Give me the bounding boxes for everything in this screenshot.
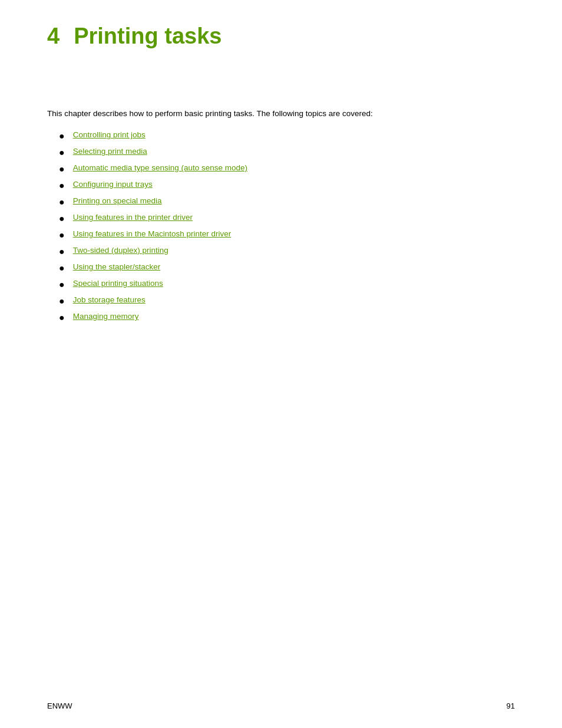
bullet-icon: ● <box>59 280 65 289</box>
list-item: ●Managing memory <box>59 312 515 322</box>
toc-link[interactable]: Using features in the Macintosh printer … <box>73 229 232 238</box>
toc-link[interactable]: Automatic media type sensing (auto sense… <box>73 163 247 172</box>
toc-link[interactable]: Using the stapler/stacker <box>73 262 161 271</box>
toc-link[interactable]: Selecting print media <box>73 147 147 156</box>
bullet-icon: ● <box>59 148 65 157</box>
toc-list: ●Controlling print jobs●Selecting print … <box>47 130 515 322</box>
list-item: ●Selecting print media <box>59 147 515 157</box>
bullet-icon: ● <box>59 131 65 141</box>
page-number: 91 <box>507 701 515 710</box>
bullet-icon: ● <box>59 313 65 322</box>
bullet-icon: ● <box>59 230 65 240</box>
list-item: ●Automatic media type sensing (auto sens… <box>59 163 515 174</box>
chapter-number: 4 <box>47 24 59 49</box>
toc-link[interactable]: Printing on special media <box>73 196 162 205</box>
page-container: 4 Printing tasks This chapter describes … <box>0 0 562 728</box>
list-item: ●Special printing situations <box>59 279 515 289</box>
list-item: ●Using features in the Macintosh printer… <box>59 229 515 240</box>
toc-link[interactable]: Special printing situations <box>73 279 163 288</box>
list-item: ●Using the stapler/stacker <box>59 262 515 273</box>
bullet-icon: ● <box>59 214 65 223</box>
page-footer: ENWW 91 <box>47 701 515 710</box>
bullet-icon: ● <box>59 247 65 256</box>
toc-link[interactable]: Two-sided (duplex) printing <box>73 246 168 255</box>
list-item: ●Printing on special media <box>59 196 515 207</box>
list-item: ●Using features in the printer driver <box>59 213 515 223</box>
bullet-icon: ● <box>59 297 65 306</box>
list-item: ●Controlling print jobs <box>59 130 515 141</box>
toc-link[interactable]: Configuring input trays <box>73 180 153 189</box>
chapter-title: Printing tasks <box>74 24 222 49</box>
bullet-icon: ● <box>59 164 65 174</box>
footer-left-text: ENWW <box>47 701 72 710</box>
list-item: ●Two-sided (duplex) printing <box>59 246 515 256</box>
toc-link[interactable]: Job storage features <box>73 295 146 304</box>
intro-text: This chapter describes how to perform ba… <box>47 108 515 120</box>
bullet-icon: ● <box>59 263 65 273</box>
list-item: ●Job storage features <box>59 295 515 306</box>
bullet-icon: ● <box>59 181 65 190</box>
chapter-header: 4 Printing tasks <box>47 24 515 61</box>
list-item: ●Configuring input trays <box>59 180 515 190</box>
toc-link[interactable]: Managing memory <box>73 312 139 321</box>
toc-link[interactable]: Using features in the printer driver <box>73 213 193 222</box>
toc-link[interactable]: Controlling print jobs <box>73 130 146 139</box>
bullet-icon: ● <box>59 197 65 207</box>
